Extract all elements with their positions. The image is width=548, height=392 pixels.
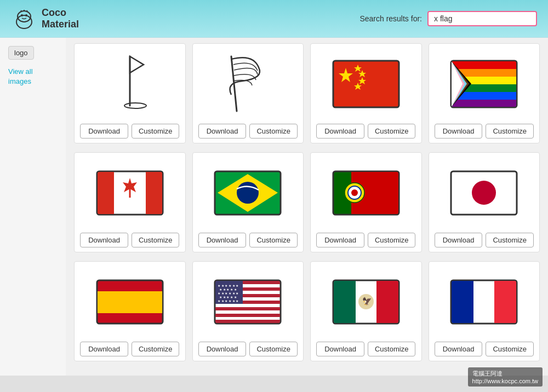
download-button-usa-flag[interactable]: Download [198, 342, 247, 356]
view-all-link[interactable]: View all images [8, 67, 33, 85]
card-buttons-france-flag: Download Customize [435, 342, 534, 356]
download-button-france-flag[interactable]: Download [435, 342, 483, 356]
download-button-golf-flag[interactable]: Download [80, 124, 128, 139]
svg-text:★ ★ ★ ★ ★ ★: ★ ★ ★ ★ ★ ★ [218, 284, 238, 287]
card-image-brazil-flag [197, 157, 299, 228]
svg-rect-69 [376, 281, 398, 323]
grid-area: Download Customize Dow [66, 38, 548, 376]
download-button-portugal-flag[interactable]: Download [316, 233, 364, 247]
download-button-spain-flag[interactable]: Download [80, 342, 128, 356]
search-area: Search results for: [359, 11, 537, 26]
svg-point-3 [25, 14, 27, 16]
card-image-waving-flag [197, 48, 299, 119]
search-label: Search results for: [359, 14, 422, 23]
customize-button-france-flag[interactable]: Customize [486, 342, 533, 356]
customize-button-portugal-flag[interactable]: Customize [368, 233, 415, 247]
customize-button-china-flag[interactable]: Customize [368, 124, 415, 139]
svg-rect-33 [146, 172, 162, 214]
card-image-china-flag [315, 48, 417, 119]
card-spain-flag: Download Customize [74, 261, 186, 361]
card-canada-flag: Download Customize [74, 152, 186, 252]
card-waving-flag: Download Customize [192, 43, 304, 143]
card-usa-flag: ★ ★ ★ ★ ★ ★ ★ ★ ★ ★ ★ ★ ★ ★ ★ ★ ★ ★ ★ ★ … [192, 261, 304, 361]
download-button-canada-flag[interactable]: Download [80, 233, 128, 247]
download-button-japan-flag[interactable]: Download [435, 233, 483, 247]
card-buttons-japan-flag: Download Customize [435, 233, 534, 247]
card-buttons-brazil-flag: Download Customize [198, 233, 298, 247]
sidebar: logo View all images [0, 38, 66, 376]
card-image-japan-flag [433, 157, 535, 228]
card-buttons-golf-flag: Download Customize [80, 124, 179, 139]
card-buttons-pride-flag: Download Customize [435, 124, 534, 139]
svg-text:★ ★ ★ ★ ★: ★ ★ ★ ★ ★ [219, 288, 237, 291]
card-image-golf-flag [79, 48, 181, 119]
coco-logo-icon [11, 5, 37, 32]
grid-row-3: Download Customize [74, 261, 540, 361]
svg-rect-32 [98, 172, 114, 214]
svg-text:★ ★ ★ ★ ★ ★: ★ ★ ★ ★ ★ ★ [218, 299, 238, 303]
logo-area: Coco Material [11, 5, 79, 32]
customize-button-brazil-flag[interactable]: Customize [249, 233, 297, 247]
card-japan-flag: Download Customize [429, 152, 540, 252]
svg-rect-57 [215, 307, 280, 310]
customize-button-spain-flag[interactable]: Customize [132, 342, 179, 356]
card-pride-flag: Download Customize [429, 43, 540, 143]
customize-button-golf-flag[interactable]: Customize [132, 124, 179, 139]
card-image-spain-flag [79, 266, 181, 337]
card-image-pride-flag [433, 48, 535, 119]
svg-text:★ ★ ★ ★ ★: ★ ★ ★ ★ ★ [219, 296, 237, 299]
card-brazil-flag: Download Customize [192, 152, 304, 252]
svg-rect-68 [334, 281, 356, 323]
card-buttons-mexico-flag: Download Customize [316, 342, 415, 356]
svg-text:★ ★ ★ ★ ★ ★: ★ ★ ★ ★ ★ ★ [218, 292, 238, 295]
svg-rect-19 [452, 61, 516, 69]
card-buttons-waving-flag: Download Customize [198, 124, 298, 139]
search-input[interactable] [427, 11, 537, 26]
download-button-pride-flag[interactable]: Download [435, 124, 483, 139]
svg-point-47 [472, 181, 496, 205]
card-buttons-spain-flag: Download Customize [80, 342, 179, 356]
customize-button-mexico-flag[interactable]: Customize [368, 342, 415, 356]
customize-button-canada-flag[interactable]: Customize [132, 233, 179, 247]
svg-point-2 [21, 14, 23, 16]
customize-button-pride-flag[interactable]: Customize [486, 124, 533, 139]
customize-button-japan-flag[interactable]: Customize [486, 233, 533, 247]
card-buttons-china-flag: Download Customize [316, 124, 415, 139]
watermark-line2: http://www.kocpc.com.tw [472, 378, 538, 384]
card-image-usa-flag: ★ ★ ★ ★ ★ ★ ★ ★ ★ ★ ★ ★ ★ ★ ★ ★ ★ ★ ★ ★ … [197, 266, 299, 337]
main-content: logo View all images Download Customize [0, 38, 548, 376]
svg-rect-11 [333, 61, 399, 107]
svg-rect-24 [452, 100, 516, 107]
card-buttons-canada-flag: Download Customize [80, 233, 179, 247]
customize-button-usa-flag[interactable]: Customize [249, 342, 297, 356]
header: Coco Material Search results for: [0, 0, 548, 38]
svg-point-45 [351, 189, 358, 196]
card-image-france-flag [433, 266, 535, 337]
download-button-mexico-flag[interactable]: Download [316, 342, 364, 356]
logo-button[interactable]: logo [8, 46, 34, 60]
card-france-flag: Download Customize [429, 261, 540, 361]
grid-row-2: Download Customize [74, 152, 540, 252]
svg-point-39 [237, 182, 259, 204]
card-china-flag: Download Customize [310, 43, 422, 143]
download-button-china-flag[interactable]: Download [316, 124, 364, 139]
download-button-brazil-flag[interactable]: Download [198, 233, 247, 247]
grid-row-1: Download Customize Dow [74, 43, 540, 143]
card-golf-flag: Download Customize [74, 43, 186, 143]
svg-rect-74 [452, 281, 473, 323]
svg-rect-59 [215, 320, 280, 323]
customize-button-waving-flag[interactable]: Customize [249, 124, 297, 139]
card-image-canada-flag [79, 157, 181, 228]
download-button-waving-flag[interactable]: Download [198, 124, 247, 139]
logo-text: Coco Material [42, 7, 79, 30]
card-portugal-flag: Download Customize [310, 152, 422, 252]
svg-rect-75 [494, 281, 516, 323]
svg-point-8 [124, 103, 146, 108]
card-buttons-portugal-flag: Download Customize [316, 233, 415, 247]
svg-rect-50 [98, 291, 162, 313]
svg-rect-58 [215, 314, 280, 317]
svg-marker-9 [130, 56, 144, 73]
card-buttons-usa-flag: Download Customize [198, 342, 298, 356]
card-mexico-flag: 🦅 Download Customize [310, 261, 422, 361]
card-image-portugal-flag [315, 157, 417, 228]
